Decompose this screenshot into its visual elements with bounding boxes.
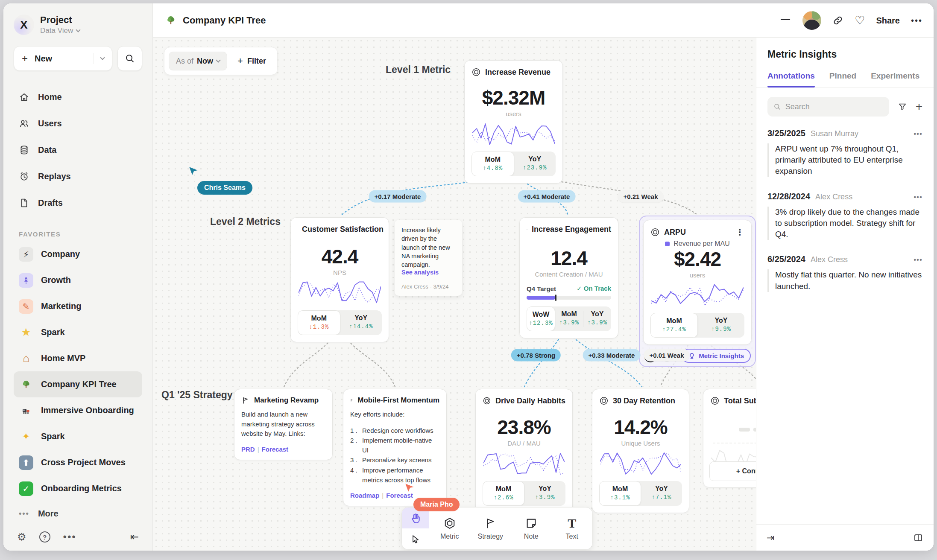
metric-card-increase-revenue[interactable]: Increase Revenue $2.32M users MoM ↑4.8% … [464,60,563,184]
annotation-item[interactable]: 3/25/2025 Susan Murray ••• ARPU went up … [767,128,922,177]
new-button[interactable]: + New [14,46,112,71]
metric-card-arpu-selection[interactable]: ARPU ⋮ Revenue per MAU $2.42 users Mo [639,216,756,367]
prd-link[interactable]: PRD [241,446,255,453]
search-button[interactable] [117,46,142,71]
stat-yoy[interactable]: YoY ↑14.4% [340,310,382,335]
metric-icon [650,228,660,237]
stat-yoy[interactable]: YoY ↑9.9% [698,313,744,338]
stat-mom[interactable]: MoM ↓1.3% [298,310,340,335]
metric-tool-button[interactable]: Metric [429,508,470,549]
sidebar-more-button[interactable]: ••• More [14,502,142,525]
train-icon [19,403,33,418]
see-analysis-link[interactable]: See analysis [401,269,455,276]
stat-yoy[interactable]: YoY ↑23.9% [514,152,556,176]
user-avatar[interactable] [802,11,821,30]
favorite-heart-icon[interactable]: ♡ [855,14,865,27]
panel-resize-handle[interactable] [781,19,790,20]
search-input[interactable] [785,102,883,111]
metric-icon [527,225,527,234]
metric-card-customer-satisfaction[interactable]: Customer Satisfaction 42.4 NPS MoM ↓1.3%… [290,217,389,342]
stat-yoy[interactable]: YoY ↑7.1% [641,481,682,506]
chevron-down-icon [216,58,220,62]
users-icon [19,118,29,129]
tab-pinned[interactable]: Pinned [829,71,856,87]
metric-insights-button[interactable]: Metric Insights [682,349,751,363]
strategy-links: PRD|Forecast [241,446,325,453]
stat-yoy[interactable]: YoY ↑3.9% [583,306,611,331]
tab-annotations[interactable]: Annotations [767,71,815,87]
link-icon[interactable] [832,15,843,26]
stat-yoy[interactable]: YoY ↑3.9% [524,481,565,506]
add-annotation-icon[interactable]: + [916,100,922,114]
sidebar-item-immersive-onboarding[interactable]: Immersive Onboarding [14,397,142,423]
metric-card-total-subscriptions[interactable]: Total Subscript + Connec [703,389,756,487]
sidebar-item-marketing[interactable]: ✎ Marketing [14,293,142,319]
more-options-icon[interactable]: ••• [63,531,76,543]
sidebar-item-home[interactable]: Home [14,84,142,110]
kebab-menu-icon[interactable]: ⋮ [735,227,744,237]
share-button[interactable]: Share [876,16,900,26]
on-track-status: ✓ On Track [577,285,611,292]
metric-card-30-day-retention[interactable]: 30 Day Retention 14.2% Unique Users MoM … [592,389,689,513]
stats-row: MoM ↑4.8% YoY ↑23.9% [471,152,556,176]
as-of-selector[interactable]: As of Now [169,52,227,70]
sidebar-item-company[interactable]: ⚡ Company [14,241,142,267]
stats-row: MoM ↓1.3% YoY ↑14.4% [298,310,382,335]
home-icon [19,92,29,102]
collapse-sidebar-icon[interactable]: ⇤ [130,531,139,543]
note-tool-button[interactable]: Note [511,508,552,549]
metric-card-arpu[interactable]: ARPU ⋮ Revenue per MAU $2.42 users Mo [643,220,752,345]
metric-unit: users [650,271,744,279]
kebab-menu-icon[interactable]: ••• [914,130,922,138]
sidebar-item-home-mvp[interactable]: ⌂ Home MVP [14,345,142,371]
project-view-selector[interactable]: Data View [40,26,80,35]
collapse-panel-icon[interactable]: ⇥ [767,532,774,543]
project-switcher[interactable]: X Project Data View [14,15,142,35]
stat-mom[interactable]: MoM ↑4.8% [471,152,514,176]
strategy-tool-button[interactable]: Strategy [470,508,511,549]
annotations-search[interactable] [767,97,889,117]
sidebar-item-spark[interactable]: ★ Spark [14,319,142,345]
rocket-icon [19,273,33,288]
stat-mom[interactable]: MoM ↑2.6% [483,481,524,506]
forecast-link[interactable]: Forecast [262,446,289,453]
sidebar-item-company-kpi-tree[interactable]: Company KPI Tree [14,371,142,397]
kebab-menu-icon[interactable]: ••• [914,256,922,264]
level3-label: Q1 '25 Strategy [161,389,233,401]
sidebar-item-drafts[interactable]: Drafts [14,190,142,216]
stat-mom[interactable]: MoM ↑27.4% [650,313,698,338]
sidebar-item-replays[interactable]: Replays [14,163,142,190]
help-icon[interactable]: ? [39,531,50,542]
stats-row: MoM ↑27.4% YoY ↑9.9% [650,313,744,338]
annotation-item[interactable]: 12/28/2024 Alex Cress ••• 3% drop likely… [767,192,922,240]
sidebar-item-onboarding-metrics[interactable]: ✓ Onboarding Metrics [14,475,142,502]
strategy-card-marketing-revamp[interactable]: Marketing Revamp Build and launch a new … [234,389,333,460]
stat-mom[interactable]: MoM ↑3.1% [599,481,641,506]
metric-value: 42.4 [298,245,382,268]
filter-funnel-icon[interactable] [898,102,907,111]
annotation-note-card[interactable]: Increase likely driven by the launch of … [395,220,462,296]
sidebar-item-cross-project-moves[interactable]: ⬆ Cross Project Moves [14,449,142,475]
annotation-item[interactable]: 6/25/2024 Alex Cress ••• Mostly flat thi… [767,254,922,292]
sidebar-item-growth[interactable]: Growth [14,267,142,293]
metric-card-drive-daily-habbits[interactable]: Drive Daily Habbits 23.8% DAU / MAU MoM … [475,389,573,513]
sidebar-item-data[interactable]: Data [14,137,142,163]
sparkline-chart [483,451,565,476]
stat-wow[interactable]: WoW ↑12.3% [527,306,555,331]
tab-experiments[interactable]: Experiments [871,71,919,87]
select-tool-button[interactable] [402,528,429,549]
kpi-tree-canvas[interactable]: As of Now + Filter Level 1 Metric Level … [153,38,756,551]
split-panel-icon[interactable] [913,533,923,543]
connect-data-button[interactable]: + Connec [709,461,756,481]
metric-card-increase-engagement[interactable]: Increase Engagement 12.4 Content Creatio… [519,217,618,338]
stat-mom[interactable]: MoM ↑3.9% [555,306,583,331]
kebab-menu-icon[interactable]: ••• [914,193,922,201]
roadmap-link[interactable]: Roadmap [350,492,379,499]
sidebar-item-spark-2[interactable]: ✦ Spark [14,423,142,449]
text-tool-button[interactable]: T Text [552,508,593,549]
more-menu-icon[interactable]: ••• [911,16,922,26]
settings-gear-icon[interactable]: ⚙ [17,531,26,543]
note-author: Alex Cress - 3/9/24 [401,283,455,290]
filter-button[interactable]: + Filter [231,55,273,67]
sidebar-item-users[interactable]: Users [14,110,142,137]
